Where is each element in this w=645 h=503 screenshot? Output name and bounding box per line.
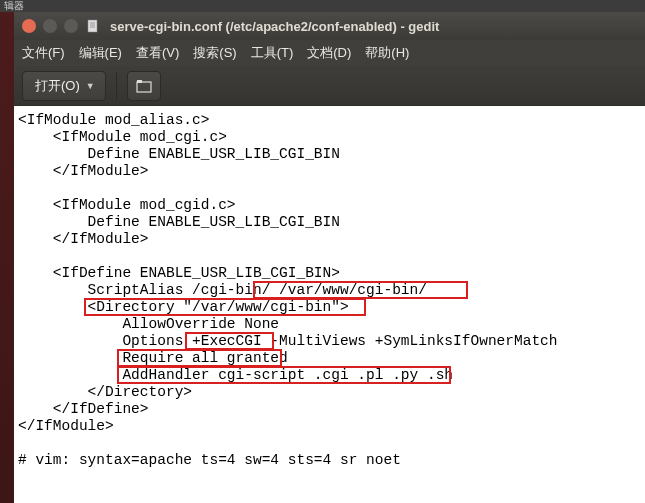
toolbar: 打开(O) ▼ xyxy=(14,66,645,106)
minimize-icon[interactable] xyxy=(43,19,57,33)
menu-tools[interactable]: 工具(T) xyxy=(251,44,294,62)
open-button-label: 打开(O) xyxy=(35,77,80,95)
highlight-box xyxy=(253,281,468,299)
toolbar-separator xyxy=(116,72,117,100)
gedit-window: serve-cgi-bin.conf (/etc/apache2/conf-en… xyxy=(14,12,645,503)
launcher-strip xyxy=(0,12,14,503)
new-tab-icon xyxy=(136,79,152,93)
window-title: serve-cgi-bin.conf (/etc/apache2/conf-en… xyxy=(110,19,439,34)
app-icon xyxy=(85,18,101,34)
chevron-down-icon: ▼ xyxy=(86,81,95,91)
close-icon[interactable] xyxy=(22,19,36,33)
panel-bar: 辑器 xyxy=(0,0,645,12)
menu-edit[interactable]: 编辑(E) xyxy=(79,44,122,62)
menu-documents[interactable]: 文档(D) xyxy=(307,44,351,62)
highlight-box xyxy=(117,349,282,367)
menu-view[interactable]: 查看(V) xyxy=(136,44,179,62)
open-button[interactable]: 打开(O) ▼ xyxy=(22,71,106,101)
svg-rect-4 xyxy=(137,82,151,92)
new-tab-button[interactable] xyxy=(127,71,161,101)
menu-help[interactable]: 帮助(H) xyxy=(365,44,409,62)
highlight-box xyxy=(185,332,274,350)
highlight-box xyxy=(84,298,367,316)
menu-search[interactable]: 搜索(S) xyxy=(193,44,236,62)
svg-rect-5 xyxy=(137,80,142,83)
svg-rect-0 xyxy=(88,20,97,32)
menu-file[interactable]: 文件(F) xyxy=(22,44,65,62)
editor-area[interactable]: <IfModule mod_alias.c> <IfModule mod_cgi… xyxy=(14,106,645,503)
maximize-icon[interactable] xyxy=(64,19,78,33)
highlight-box xyxy=(117,366,451,384)
panel-label: 辑器 xyxy=(4,0,24,11)
window-titlebar: serve-cgi-bin.conf (/etc/apache2/conf-en… xyxy=(14,12,645,40)
menubar: 文件(F) 编辑(E) 查看(V) 搜索(S) 工具(T) 文档(D) 帮助(H… xyxy=(14,40,645,66)
